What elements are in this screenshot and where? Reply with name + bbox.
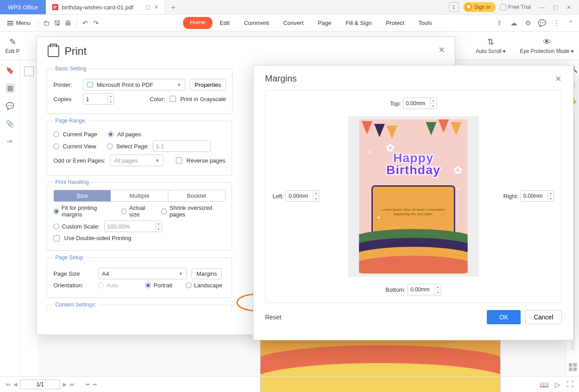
grayscale-checkbox[interactable]: [170, 96, 176, 102]
document-tab[interactable]: birthday-wishes-card-01.pdf ▢ ✕: [46, 0, 165, 14]
prev-view-icon[interactable]: ⬅: [86, 381, 90, 388]
double-sided-checkbox[interactable]: [53, 235, 60, 241]
ribbon-eye-protection[interactable]: 👁 Eye Protection Mode ▾: [520, 37, 574, 54]
chat-icon[interactable]: 💬: [538, 19, 546, 27]
custom-scale-radio[interactable]: [53, 224, 59, 229]
portrait-radio[interactable]: [145, 282, 151, 288]
margin-bottom-input[interactable]: 0.00mm▲▼: [407, 284, 441, 295]
margins-button[interactable]: Margins: [192, 268, 222, 279]
spin-down-icon[interactable]: ▼: [108, 99, 114, 105]
tab-fill-sign[interactable]: Fill & Sign: [338, 17, 379, 29]
tab-page[interactable]: Page: [311, 17, 338, 29]
thumbnail-icon[interactable]: [24, 66, 34, 76]
bookmark-icon[interactable]: 🔖: [5, 65, 15, 75]
spin-down-icon[interactable]: ▼: [313, 196, 319, 202]
close-tab-icon[interactable]: ✕: [154, 4, 159, 10]
reading-mode-icon[interactable]: 📖: [540, 380, 549, 389]
reverse-pages-checkbox[interactable]: [176, 157, 182, 163]
undo-icon[interactable]: ↶: [82, 19, 90, 27]
auto-label: Auto: [106, 282, 118, 289]
close-window-button[interactable]: ✕: [562, 0, 575, 15]
print-icon[interactable]: 🖶: [64, 19, 72, 27]
new-tab-button[interactable]: ＋: [165, 0, 181, 14]
collapse-ribbon-icon[interactable]: ⌃: [567, 19, 575, 27]
spin-down-icon[interactable]: ▼: [548, 196, 554, 202]
landscape-radio[interactable]: [186, 282, 192, 288]
signin-button[interactable]: Sign in: [463, 2, 496, 12]
restore-window-icon[interactable]: ▢: [146, 4, 151, 10]
fullscreen-icon[interactable]: ⛶: [567, 380, 574, 389]
slideshow-icon[interactable]: ▷: [555, 380, 560, 389]
first-page-icon[interactable]: ⏮: [5, 381, 11, 388]
seg-size[interactable]: Size: [54, 190, 110, 201]
printer-label: Printer:: [53, 82, 78, 88]
seg-multiple[interactable]: Multiple: [110, 190, 167, 201]
tab-tools[interactable]: Tools: [412, 17, 439, 29]
margins-ok-button[interactable]: OK: [487, 310, 521, 324]
select-page-radio[interactable]: [107, 143, 113, 149]
spin-up-icon[interactable]: ▲: [156, 221, 162, 227]
margins-dialog-close[interactable]: ✕: [555, 74, 562, 84]
attachments-icon[interactable]: 📎: [5, 119, 15, 129]
copies-input[interactable]: 1 ▲▼: [83, 93, 114, 105]
properties-button[interactable]: Properties: [190, 79, 226, 90]
minimize-button[interactable]: —: [535, 0, 549, 15]
margin-left-input[interactable]: 0.00mm▲▼: [285, 190, 319, 202]
tab-home[interactable]: Home: [183, 17, 213, 29]
printer-select[interactable]: Microsoft Print to PDF ▼: [83, 79, 185, 90]
all-pages-radio[interactable]: [108, 131, 114, 137]
spin-down-icon[interactable]: ▼: [430, 104, 436, 109]
tab-convert[interactable]: Convert: [276, 17, 311, 29]
tab-edit[interactable]: Edit: [212, 17, 236, 29]
share-icon[interactable]: ⇪: [495, 19, 503, 27]
cloud-icon[interactable]: ☁: [510, 19, 518, 27]
grid-view-icon[interactable]: [569, 363, 577, 371]
fit-margins-radio[interactable]: [53, 208, 59, 214]
ribbon-auto-scroll[interactable]: ⇅ Auto Scroll ▾: [476, 37, 506, 54]
odd-even-select[interactable]: All pages ▼: [110, 155, 163, 166]
menu-button[interactable]: Menu: [4, 20, 33, 26]
more-icon[interactable]: ⋮: [552, 19, 560, 27]
signature-icon[interactable]: ✑: [5, 137, 15, 147]
spin-up-icon[interactable]: ▲: [108, 94, 114, 99]
spin-up-icon[interactable]: ▲: [430, 98, 436, 104]
tab-protect[interactable]: Protect: [379, 17, 411, 29]
tab-comment[interactable]: Comment: [237, 17, 276, 29]
next-view-icon[interactable]: ➡: [93, 381, 97, 388]
save-icon[interactable]: 🖫: [53, 19, 61, 27]
select-page-input[interactable]: [153, 140, 211, 152]
spin-down-icon[interactable]: ▼: [435, 290, 440, 295]
current-page-radio[interactable]: [53, 131, 59, 137]
spin-up-icon[interactable]: ▲: [435, 284, 440, 290]
margin-right-input[interactable]: 0.00mm▲▼: [520, 190, 554, 202]
prev-page-icon[interactable]: ◀: [13, 381, 17, 388]
window-counter[interactable]: 1: [449, 2, 459, 12]
comments-icon[interactable]: 💬: [5, 101, 15, 111]
page-size-select[interactable]: A4 ▼: [98, 268, 187, 279]
current-view-radio[interactable]: [53, 143, 59, 149]
settings-icon[interactable]: ⚙: [524, 19, 532, 27]
shrink-radio[interactable]: [161, 208, 167, 214]
next-page-icon[interactable]: ▶: [63, 381, 67, 388]
page-input[interactable]: [20, 380, 60, 389]
ribbon-edit[interactable]: ✎ Edit P: [5, 37, 20, 54]
app-name-chip[interactable]: WPS Office: [0, 0, 46, 14]
margins-cancel-button[interactable]: Cancel: [525, 310, 562, 324]
spin-up-icon[interactable]: ▲: [548, 191, 554, 196]
actual-size-label: Actual size: [129, 204, 155, 218]
margin-top-input[interactable]: 0.00mm▲▼: [403, 98, 436, 109]
actual-size-radio[interactable]: [121, 208, 126, 214]
seg-booklet[interactable]: Booklet: [168, 190, 225, 201]
free-trial-button[interactable]: Free Trial: [500, 4, 531, 10]
spin-up-icon[interactable]: ▲: [313, 191, 319, 196]
auto-orientation-radio[interactable]: [98, 282, 104, 288]
redo-icon[interactable]: ↷: [92, 19, 100, 27]
print-dialog-close[interactable]: ✕: [438, 45, 445, 55]
maximize-button[interactable]: ▢: [549, 0, 562, 15]
open-folder-icon[interactable]: 🗀: [43, 19, 51, 27]
thumbnails-icon[interactable]: ▦: [5, 83, 15, 93]
last-page-icon[interactable]: ⏭: [69, 381, 75, 388]
margins-reset-button[interactable]: Reset: [265, 314, 281, 321]
custom-scale-input[interactable]: 100.00% ▲▼: [104, 220, 162, 232]
spin-down-icon[interactable]: ▼: [156, 227, 162, 232]
